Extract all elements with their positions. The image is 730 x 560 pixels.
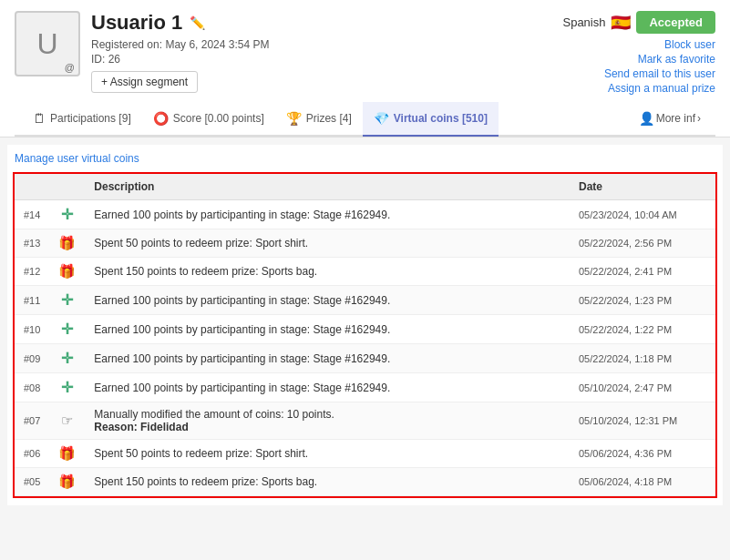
header-section: U @ Usuario 1 ✏️ Registered on: May 6, 2… [0,0,730,137]
table-row: #13🎁Spent 50 points to redeem prize: Spo… [15,229,715,258]
tab-more-info[interactable]: 👤 More inf › [632,102,708,135]
row-description: Spent 150 points to redeem prize: Sports… [85,468,570,496]
tab-prizes-label: Prizes [4] [306,112,352,125]
table-container: Description Date #14✛Earned 100 points b… [13,172,717,498]
tab-participations[interactable]: 🗒 Participations [9] [22,102,142,137]
block-user-link[interactable]: Block user [664,38,715,51]
row-description: Earned 100 points by participanting in s… [85,286,570,315]
table-row: #12🎁Spent 150 points to redeem prize: Sp… [15,258,715,286]
virtual-coins-icon: 💎 [374,111,389,126]
table-row: #09✛Earned 100 points by participanting … [15,344,715,373]
tab-virtual-coins-label: Virtual coins [510] [394,112,488,125]
send-email-link[interactable]: Send email to this user [604,67,715,80]
tab-virtual-coins[interactable]: 💎 Virtual coins [510] [363,102,499,137]
content-section: Manage user virtual coins Description Da… [7,145,723,505]
tab-more-info-label: More inf [656,112,695,125]
tab-prizes[interactable]: 🏆 Prizes [4] [275,102,363,137]
user-registered: Registered on: May 6, 2024 3:54 PM [91,38,522,51]
table-row: #08✛Earned 100 points by participanting … [15,373,715,402]
col-date: Date [570,174,715,200]
row-type-icon: ✛ [49,315,85,344]
row-date: 05/22/2024, 2:56 PM [570,229,715,258]
row-description: Earned 100 points by participanting in s… [85,315,570,344]
row-type-icon: 🎁 [49,258,85,286]
more-info-icon: 👤 [639,111,654,126]
col-description: Description [85,174,570,200]
row-number: #09 [15,344,49,373]
row-type-icon: ✛ [49,286,85,315]
row-type-icon: ✛ [49,373,85,402]
row-number: #11 [15,286,49,315]
chevron-right-icon: › [697,112,701,125]
table-header-row: Description Date [15,174,715,200]
row-date: 05/06/2024, 4:18 PM [570,468,715,496]
row-number: #07 [15,402,49,440]
table-row: #11✛Earned 100 points by participanting … [15,286,715,315]
row-date: 05/22/2024, 2:41 PM [570,258,715,286]
row-type-icon: ✛ [49,200,85,229]
row-date: 05/10/2024, 2:47 PM [570,373,715,402]
row-date: 05/06/2024, 4:36 PM [570,440,715,468]
manage-coins-link[interactable]: Manage user virtual coins [7,152,723,172]
row-type-icon: ✛ [49,344,85,373]
row-description: Earned 100 points by participanting in s… [85,200,570,229]
row-number: #08 [15,373,49,402]
row-date: 05/22/2024, 1:18 PM [570,344,715,373]
assign-prize-link[interactable]: Assign a manual prize [608,82,715,95]
status-accepted-button[interactable]: Accepted [636,11,715,34]
tab-score-label: Score [0.00 points] [173,112,264,125]
table-row: #05🎁Spent 150 points to redeem prize: Sp… [15,468,715,496]
row-type-icon: 🎁 [49,229,85,258]
tab-score[interactable]: ⭕ Score [0.00 points] [142,102,275,137]
user-actions: Spanish 🇪🇸 Accepted Block user Mark as f… [533,11,715,95]
tabs-bar: 🗒 Participations [9] ⭕ Score [0.00 point… [15,102,715,137]
row-number: #10 [15,315,49,344]
avatar-letter: U [36,27,57,61]
row-description: Spent 150 points to redeem prize: Sports… [85,258,570,286]
table-row: #07☞Manually modified the amount of coin… [15,402,715,440]
assign-segment-button[interactable]: + Assign segment [91,71,198,93]
avatar: U @ [15,11,80,76]
coins-table: Description Date #14✛Earned 100 points b… [15,174,715,496]
table-row: #14✛Earned 100 points by participanting … [15,200,715,229]
row-description: Spent 50 points to redeem prize: Sport s… [85,229,570,258]
participations-icon: 🗒 [33,111,46,126]
row-date: 05/22/2024, 1:22 PM [570,315,715,344]
row-description: Manually modified the amount of coins: 1… [85,402,570,440]
row-date: 05/23/2024, 10:04 AM [570,200,715,229]
row-number: #06 [15,440,49,468]
row-type-icon: ☞ [49,402,85,440]
score-icon: ⭕ [153,111,169,126]
flag-icon: 🇪🇸 [611,13,631,33]
user-info: Usuario 1 ✏️ Registered on: May 6, 2024 … [91,11,522,93]
language-label: Spanish [562,15,605,29]
row-description: Earned 100 points by participanting in s… [85,373,570,402]
row-number: #12 [15,258,49,286]
table-row: #06🎁Spent 50 points to redeem prize: Spo… [15,440,715,468]
col-num [15,174,49,200]
row-date: 05/10/2024, 12:31 PM [570,402,715,440]
avatar-at-icon: @ [65,62,75,73]
row-date: 05/22/2024, 1:23 PM [570,286,715,315]
row-number: #14 [15,200,49,229]
row-type-icon: 🎁 [49,440,85,468]
row-description: Earned 100 points by participanting in s… [85,344,570,373]
edit-icon[interactable]: ✏️ [190,15,205,30]
user-name: Usuario 1 [91,11,182,35]
row-number: #13 [15,229,49,258]
tab-participations-label: Participations [9] [50,112,131,125]
mark-favorite-link[interactable]: Mark as favorite [638,53,715,66]
row-type-icon: 🎁 [49,468,85,496]
col-icon [49,174,85,200]
row-number: #05 [15,468,49,496]
row-description: Spent 50 points to redeem prize: Sport s… [85,440,570,468]
table-row: #10✛Earned 100 points by participanting … [15,315,715,344]
prizes-icon: 🏆 [286,111,302,126]
user-id: ID: 26 [91,53,522,66]
